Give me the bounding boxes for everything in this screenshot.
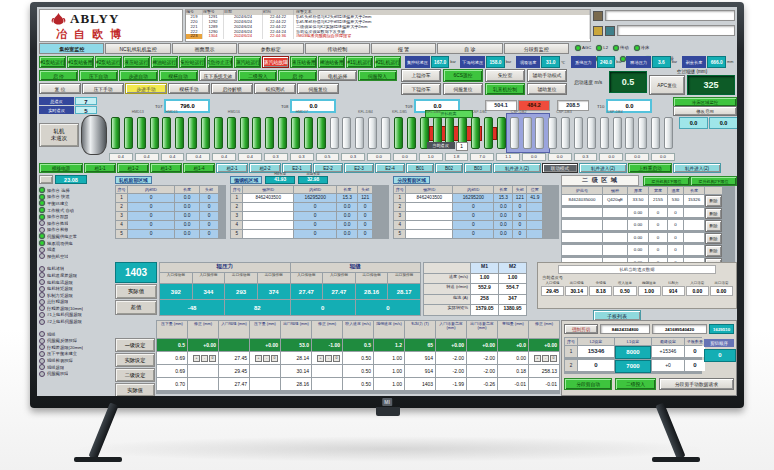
control-b-5[interactable]: 启停解锁	[211, 83, 253, 94]
control-a-7[interactable]: 启 停	[278, 70, 317, 81]
stand-select-12[interactable]: B01	[406, 163, 434, 173]
cluster-button[interactable]: 辅助复位	[527, 83, 567, 96]
idle-gap-display[interactable]: 325	[687, 75, 735, 95]
level2-delete-button[interactable]: 删除	[705, 195, 722, 207]
tab-1[interactable]: 集控室监控	[39, 43, 104, 54]
alarm-row[interactable]: 22313042024/6/2422:44:36#M03电液伺服阀综合故障报警	[186, 34, 590, 39]
header-input-1[interactable]	[605, 10, 735, 21]
stepper-button[interactable]: 0	[550, 355, 557, 362]
control-a-1[interactable]: 启 停	[39, 70, 78, 81]
tab-7[interactable]: 自 诊	[437, 43, 502, 54]
stepper-button[interactable]: -	[325, 355, 332, 362]
header-input-2[interactable]	[617, 25, 735, 36]
setpoint-cell[interactable]: -2.00	[436, 352, 466, 364]
setpoint-cell[interactable]: 1.00	[374, 352, 404, 364]
status-button-9[interactable]: 蒸汽站故障	[262, 56, 289, 68]
stepper-button[interactable]: +	[193, 355, 200, 362]
control-b-2[interactable]: 压下手动	[82, 83, 124, 94]
level2-delete-button[interactable]: 删除	[705, 208, 722, 220]
status-button-2[interactable]: #1泵站备用	[67, 56, 94, 68]
control-b-7[interactable]: 伺服复位	[297, 83, 339, 94]
shear-button-1[interactable]: 分段剪自动	[564, 378, 612, 390]
apc-reset-button[interactable]: APC复位	[649, 75, 685, 95]
stand-select-16[interactable]: 联动模式	[542, 163, 578, 173]
shear-button-2[interactable]: 二级投入	[615, 378, 656, 390]
status-button-7[interactable]: 紧急停止正常	[207, 56, 234, 68]
stepper-button[interactable]: +	[534, 355, 541, 362]
stand-select-18[interactable]: 上料重启动	[628, 163, 672, 173]
lift-limit-button-2[interactable]: 提升机构2下限位	[690, 176, 737, 186]
stand-select-1[interactable]: 横移电源	[39, 163, 83, 173]
shear-button-3[interactable]: 分段剪手动数据请求	[659, 378, 734, 390]
cluster-button[interactable]: 6CS遥控	[443, 69, 483, 82]
control-a-6[interactable]: 二级投入	[238, 70, 277, 81]
tab-6[interactable]: 报 警	[371, 43, 436, 54]
stepper-button[interactable]: -	[263, 355, 270, 362]
stepper-button[interactable]: +	[255, 355, 262, 362]
stand-select-15[interactable]: 轧件进入(2)	[493, 163, 541, 173]
control-a-8[interactable]: 电机选择	[318, 70, 357, 81]
stand-select-4[interactable]: 粗1-3	[150, 163, 182, 173]
status-button-5[interactable]: 稀油站运行	[151, 56, 178, 68]
setpoint-cell[interactable]: 27.45	[219, 352, 249, 364]
stepper-button[interactable]: 0	[271, 355, 278, 362]
stand-select-6[interactable]: 粗2-1	[216, 163, 248, 173]
status-button-3[interactable]: #2泵站运行	[95, 56, 122, 68]
level2-delete-button[interactable]: 删除	[705, 220, 722, 232]
setpoint-cell[interactable]: 914	[405, 352, 435, 364]
start-speed-display[interactable]: 0.5	[609, 71, 647, 93]
status-button-1[interactable]: #1泵站运行	[39, 56, 66, 68]
stepper-button[interactable]: +	[317, 355, 324, 362]
cluster-button[interactable]: 辅助手动模式	[527, 69, 567, 82]
tab-2[interactable]: NC轧线轧机监控	[105, 43, 170, 54]
setpoint-cell[interactable]: 0.69	[157, 352, 187, 364]
cluster-button[interactable]: 上辊停车	[401, 69, 441, 82]
tab-4[interactable]: 参数标定	[238, 43, 303, 54]
stepper-button[interactable]: 0	[333, 355, 340, 362]
stand-select-5[interactable]: 粗1-4	[183, 163, 215, 173]
control-a-5[interactable]: 压下系统无效	[199, 70, 238, 81]
control-b-1[interactable]: 复 位	[39, 83, 81, 94]
status-button-4[interactable]: 液压站运行	[123, 56, 150, 68]
stand-select-13[interactable]: B02	[435, 163, 463, 173]
level2-delete-button[interactable]: 删除	[705, 245, 722, 257]
cluster-button[interactable]: 下辊停车	[401, 83, 441, 96]
setpoint-cell[interactable]: +-0	[250, 352, 280, 364]
setpoint-cell[interactable]: 28.14	[281, 352, 311, 364]
lift-limit-button-1[interactable]: 提升机构1下限位	[643, 176, 690, 186]
control-b-3[interactable]: 步进手动	[125, 83, 167, 94]
control-a-2[interactable]: 压下自动	[79, 70, 118, 81]
cluster-button[interactable]: 轧直机控制	[485, 83, 525, 96]
stand-select-3[interactable]: 粗1-2	[117, 163, 149, 173]
stand-select-2[interactable]: 粗1-1	[84, 163, 116, 173]
stepper-button[interactable]: -	[201, 355, 208, 362]
control-b-4[interactable]: 楔横手动	[168, 83, 210, 94]
stand-select-19[interactable]: 轧件进入(2)	[673, 163, 721, 173]
setpoint-cell[interactable]: +-0	[529, 352, 559, 364]
stepper-button[interactable]: 0	[209, 355, 216, 362]
control-b-6[interactable]: 模拟测试	[254, 83, 296, 94]
force-cut-button[interactable]: 强制剪切	[564, 324, 598, 334]
level2-delete-button[interactable]: 删除	[705, 233, 722, 245]
camera-icon[interactable]	[605, 26, 615, 36]
setpoint-cell[interactable]: +-0	[312, 352, 342, 364]
status-button-12[interactable]: #1轧机运行	[346, 56, 373, 68]
menu-icon[interactable]	[39, 175, 53, 184]
stand-select-14[interactable]: B03	[464, 163, 492, 173]
stand-select-10[interactable]: E2-3	[344, 163, 374, 173]
status-button-11[interactable]: 稀油站备用	[318, 56, 345, 68]
control-a-3[interactable]: 步进自动	[119, 70, 158, 81]
setpoint-cell[interactable]: 0.00	[498, 352, 528, 364]
setpoint-cell[interactable]: 0.50	[343, 352, 373, 364]
setpoint-cell[interactable]: -2.00	[467, 352, 497, 364]
control-a-4[interactable]: 楔横自动	[159, 70, 198, 81]
status-button-13[interactable]: #2轧机运行	[374, 56, 401, 68]
tab-8[interactable]: 分段剪监控	[504, 43, 569, 54]
stepper-button[interactable]: -	[542, 355, 549, 362]
tab-5[interactable]: 传动控制	[305, 43, 370, 54]
status-button-6[interactable]: 集控站运行	[179, 56, 206, 68]
cluster-button[interactable]: 集控室	[485, 69, 525, 82]
status-button-8[interactable]: 蒸汽站运行	[234, 56, 261, 68]
cluster-button[interactable]: 伺服复位	[443, 83, 483, 96]
document-icon[interactable]	[593, 11, 603, 21]
